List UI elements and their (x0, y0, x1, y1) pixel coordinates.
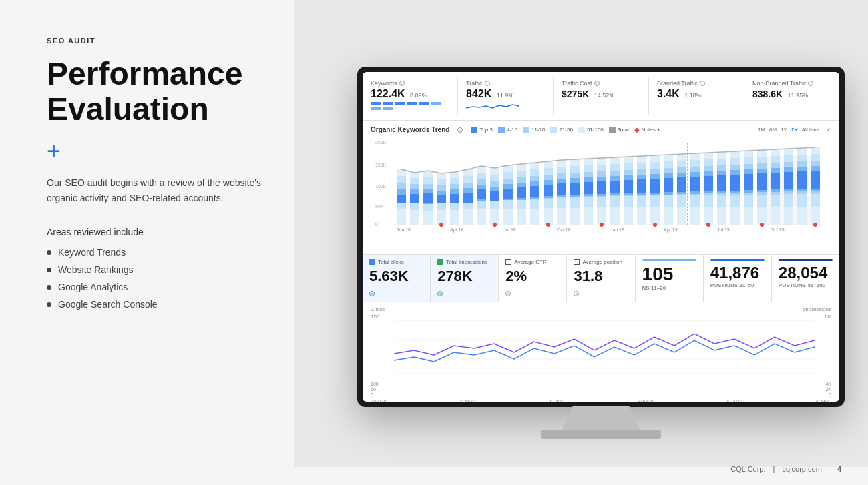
svg-rect-15 (397, 195, 406, 203)
info-icon: i (457, 127, 463, 133)
decorative-plus: + (47, 139, 274, 163)
stat-pos-11-20: 105 NS 11–20 (636, 255, 704, 302)
areas-heading: Areas reviewed include (47, 227, 274, 237)
chart-title: Organic Keywords Trend (371, 126, 449, 133)
line-chart-svg (371, 320, 831, 379)
bullet-dot (47, 285, 51, 290)
svg-rect-40 (463, 193, 473, 203)
svg-point-178 (653, 223, 657, 227)
svg-rect-78 (557, 183, 566, 195)
info-icon: i (399, 81, 405, 86)
monitor-screen: Keywords i 122.4K 8.09% (363, 72, 839, 402)
svg-rect-50 (490, 191, 499, 201)
svg-rect-98 (610, 181, 620, 193)
bullet-dot (47, 250, 51, 255)
svg-rect-153 (757, 173, 767, 190)
bullet-dot (47, 268, 51, 272)
monitor-frame: Keywords i 122.4K 8.09% (357, 67, 845, 407)
svg-rect-168 (797, 171, 807, 189)
svg-rect-88 (584, 182, 593, 194)
company-name: CQL Corp. (730, 465, 765, 473)
svg-rect-113 (650, 179, 660, 193)
svg-point-181 (813, 223, 817, 227)
svg-rect-138 (717, 175, 726, 191)
svg-rect-30 (437, 195, 446, 203)
page-number: 4 (837, 465, 841, 473)
list-item: Website Rankings (47, 264, 274, 275)
chart-legend: Top 3 4-10 11-20 (471, 126, 659, 133)
list-item: Google Search Console (47, 299, 274, 310)
svg-rect-60 (517, 187, 526, 198)
svg-text:Apr 19: Apr 19 (664, 227, 678, 233)
svg-point-174 (439, 223, 443, 227)
list-item: Google Analytics (47, 282, 274, 292)
svg-text:200K: 200K (375, 140, 387, 145)
svg-rect-163 (784, 172, 793, 189)
svg-rect-55 (503, 189, 513, 199)
svg-rect-35 (450, 194, 459, 203)
info-icon: i (808, 81, 813, 86)
monitor-stand (561, 406, 641, 432)
x-axis-labels: 2/14/20 2/29/20 3/15/20 3/30/20 4/14/20 … (371, 399, 831, 402)
metric-traffic-cost: Traffic Cost i $275K 14.52% (554, 77, 649, 115)
bullet-dot (47, 302, 51, 307)
svg-rect-123 (677, 177, 686, 192)
svg-text:Jul 18: Jul 18 (503, 227, 516, 232)
line-chart-area: Clicks Impressions 150 6K (363, 302, 839, 396)
metric-branded: Branded Traffic i 3.4K 1.18% (649, 77, 744, 115)
info-icon: i (485, 81, 490, 86)
svg-rect-45 (477, 189, 486, 199)
page-title: Performance Evaluation (47, 57, 274, 127)
left-panel: SEO AUDIT Performance Evaluation + Our S… (0, 0, 307, 485)
svg-text:Jan 18: Jan 18 (397, 227, 411, 232)
areas-list: Keyword Trends Website Rankings Google A… (47, 247, 274, 310)
svg-rect-158 (771, 173, 780, 189)
svg-rect-83 (570, 183, 580, 195)
sparkline (466, 101, 519, 109)
svg-text:Jul 19: Jul 19 (717, 227, 730, 232)
svg-point-0 (518, 105, 519, 107)
stat-avg-ctr: Average CTR 2% ? (499, 255, 567, 302)
svg-rect-108 (637, 179, 646, 193)
svg-rect-148 (744, 174, 753, 190)
info-icon: i (700, 81, 705, 86)
description-text: Our SEO audit begins with a review of th… (47, 175, 274, 207)
stat-avg-position: Average position 31.8 ? (567, 255, 635, 302)
metric-non-branded: Non-Branded Traffic i 838.6K 11.95% (744, 77, 839, 115)
screen-content: Keywords i 122.4K 8.09% (363, 72, 839, 402)
svg-rect-73 (544, 185, 553, 196)
svg-point-177 (600, 223, 604, 227)
info-icon: i (594, 81, 600, 86)
svg-text:Oct 19: Oct 19 (771, 227, 785, 232)
svg-rect-65 (530, 186, 539, 197)
stat-total-clicks: Total clicks 5.63K ? (363, 255, 431, 302)
close-icon[interactable]: ✕ (826, 127, 831, 133)
svg-point-180 (760, 223, 764, 227)
svg-rect-128 (690, 177, 700, 191)
svg-text:50K: 50K (375, 204, 384, 209)
metrics-bar: Keywords i 122.4K 8.09% (363, 72, 839, 121)
website-url: cqlcorp.com (783, 465, 822, 473)
svg-rect-133 (704, 176, 713, 191)
right-panel: Keywords i 122.4K 8.09% (294, 0, 868, 467)
chart-section: Organic Keywords Trend i Top 3 4-10 (363, 121, 839, 254)
stat-total-impressions: Total impressions 278K ? (431, 255, 499, 302)
page-footer: CQL Corp. | cqlcorp.com 4 (730, 465, 841, 473)
svg-text:Apr 18: Apr 18 (450, 227, 464, 233)
svg-rect-173 (811, 171, 820, 189)
svg-rect-103 (624, 180, 633, 193)
stat-pos-21-50: 41,876 POSTIONS 21–50 (704, 255, 772, 302)
sc-section: Total clicks 5.63K ? (363, 254, 839, 302)
monitor-base (541, 430, 661, 439)
svg-point-179 (706, 223, 710, 227)
chart-container: 200K 150K 100K 50K 0 (371, 136, 831, 236)
svg-text:0: 0 (375, 222, 378, 227)
svg-point-176 (546, 223, 550, 227)
organic-keywords-chart: 200K 150K 100K 50K 0 (371, 136, 831, 233)
svg-rect-143 (730, 175, 740, 191)
svg-text:100K: 100K (375, 184, 387, 189)
svg-rect-25 (423, 193, 433, 203)
metric-traffic: Traffic i 842K 11.9% (458, 77, 554, 115)
svg-point-175 (493, 223, 497, 227)
metric-keywords: Keywords i 122.4K 8.09% (363, 77, 458, 115)
